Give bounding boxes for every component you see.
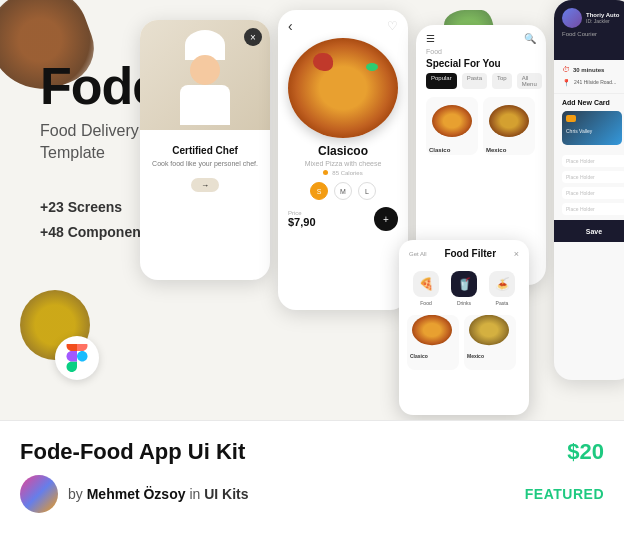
clock-icon: ⏱ — [562, 65, 570, 74]
placeholder-row-3[interactable]: Place Holder — [562, 187, 624, 199]
back-arrow-icon[interactable]: ‹ — [288, 18, 293, 34]
card-chip — [566, 115, 576, 122]
author-middle: in — [189, 486, 200, 502]
location-row: 📍 241 Hilside Road... — [554, 76, 624, 91]
chef-header: × — [140, 20, 270, 130]
chef-description: Cook food like your personel chef. — [150, 159, 260, 168]
calorie-dot — [323, 170, 328, 175]
filter-title: Food Filter — [444, 248, 496, 259]
close-button[interactable]: × — [244, 28, 262, 46]
placeholder-row-4[interactable]: Place Holder — [562, 203, 624, 215]
price-value: $7,90 — [288, 216, 316, 228]
preview-area: Fode. Food Delivery Template +23 Screens… — [0, 0, 624, 420]
add-card-title: Add New Card — [562, 99, 624, 106]
filter-cat-food[interactable]: 🍕 Food — [413, 271, 439, 306]
author-info: by Mehmet Özsoy in UI Kits — [68, 486, 515, 502]
tab-row: Popular Pasta Top All Menu Food — [416, 69, 546, 93]
author-prefix: by — [68, 486, 83, 502]
product-info-row: Fode-Food App Ui Kit $20 — [0, 421, 624, 475]
food-card-name-2: Mexico — [483, 145, 535, 155]
phones-container: × Certified Chef Cook food like your per… — [140, 0, 624, 380]
food-description: Mixed Pizza with cheese — [278, 160, 408, 167]
author-name[interactable]: Mehmet Özsoy — [87, 486, 186, 502]
figma-icon[interactable] — [55, 336, 99, 380]
drinks-category-icon: 🥤 — [451, 271, 477, 297]
phone-card: Thoriy Auto ID: Jackler Food Courier ⏱ 3… — [554, 0, 624, 380]
bottom-bar: Fode-Food App Ui Kit $20 by Mehmet Özsoy… — [0, 420, 624, 556]
chef-head — [190, 55, 220, 85]
location-text: 241 Hilside Road... — [574, 79, 616, 85]
placeholder-row-2[interactable]: Place Holder — [562, 171, 624, 183]
food-label: Food — [420, 300, 431, 306]
author-row: by Mehmet Özsoy in UI Kits FEATURED — [0, 475, 624, 513]
calorie-text: 85 Calories — [332, 170, 362, 176]
filter-card-name-1: Clasico — [407, 353, 459, 359]
filter-card-1: Clasico — [407, 315, 459, 370]
filter-cat-pasta[interactable]: 🍝 Pasta — [489, 271, 515, 306]
pin-icon: 📍 — [562, 79, 571, 87]
add-card-section: Add New Card Chris Valley — [554, 93, 624, 150]
category-link[interactable]: UI Kits — [204, 486, 248, 502]
food-card-name-1: Clasico — [426, 145, 478, 155]
get-all-label: Get All — [409, 251, 427, 257]
search-icon[interactable]: 🔍 — [524, 33, 536, 44]
product-title: Fode-Food App Ui Kit — [20, 439, 245, 465]
tab-popular[interactable]: Popular — [426, 73, 457, 89]
pizza-image — [288, 38, 398, 138]
food-category-label: Food — [416, 48, 546, 55]
filter-card-2: Mexico — [464, 315, 516, 370]
pizza-nav: ‹ ♡ — [278, 10, 408, 38]
status-label: Food Courier — [562, 31, 624, 37]
tab-all-menu[interactable]: All Menu — [517, 73, 542, 89]
save-label: Save — [586, 228, 602, 235]
food-name: Clasicoo — [278, 144, 408, 158]
time-value: 30 minutes — [573, 67, 604, 73]
filter-pizza-img-1 — [412, 315, 452, 345]
pasta-label: Pasta — [496, 300, 509, 306]
phone-chef: × Certified Chef Cook food like your per… — [140, 20, 270, 280]
chef-content: Certified Chef Cook food like your perso… — [140, 130, 270, 202]
filter-overlay: Get All Food Filter × 🍕 Food 🥤 Drinks 🍝 … — [399, 240, 529, 415]
filter-categories: 🍕 Food 🥤 Drinks 🍝 Pasta — [399, 267, 529, 310]
filter-mini-row: Clasico Mexico — [399, 310, 529, 375]
product-price: $20 — [567, 439, 604, 465]
credit-card: Chris Valley — [562, 111, 622, 145]
placeholder-row-1[interactable]: Place Holder — [562, 155, 624, 167]
user-avatar — [562, 8, 582, 28]
featured-badge: FEATURED — [525, 486, 604, 502]
filter-pizza-img-2 — [469, 315, 509, 345]
time-row: ⏱ 30 minutes — [554, 60, 624, 76]
food-card-2: Mexico — [483, 97, 535, 155]
filter-header: Get All Food Filter × — [399, 240, 529, 267]
food-card-img-2 — [489, 105, 529, 137]
price-row: Price $7,90 + — [278, 202, 408, 236]
size-s-button[interactable]: S — [310, 182, 328, 200]
user-id: ID: Jackler — [586, 18, 619, 24]
tab-top[interactable]: Top — [492, 73, 512, 89]
pizza-green — [366, 63, 378, 71]
pasta-category-icon: 🍝 — [489, 271, 515, 297]
save-button[interactable]: Save — [554, 220, 624, 242]
heart-icon[interactable]: ♡ — [387, 19, 398, 33]
tab-pasta[interactable]: Pasta — [462, 73, 487, 89]
special-nav: ☰ 🔍 — [416, 25, 546, 48]
chef-figure — [165, 30, 245, 130]
size-selector: S M L — [278, 182, 408, 200]
special-title: Special For You — [416, 58, 546, 69]
author-avatar — [20, 475, 58, 513]
phone-pizza: ‹ ♡ Clasicoo Mixed Pizza with cheese 85 … — [278, 10, 408, 310]
hamburger-icon[interactable]: ☰ — [426, 33, 435, 44]
card-holder-name: Chris Valley — [566, 128, 618, 134]
food-card-1: Clasico — [426, 97, 478, 155]
filter-cat-drinks[interactable]: 🥤 Drinks — [451, 271, 477, 306]
filter-close-button[interactable]: × — [514, 249, 519, 259]
size-m-button[interactable]: M — [334, 182, 352, 200]
chef-arrow[interactable]: → — [191, 178, 219, 192]
size-l-button[interactable]: L — [358, 182, 376, 200]
food-cards-row: Clasico Mexico — [416, 93, 546, 159]
placeholder-rows: Place Holder Place Holder Place Holder P… — [554, 150, 624, 220]
add-to-cart-button[interactable]: + — [374, 207, 398, 231]
food-category-icon: 🍕 — [413, 271, 439, 297]
food-card-img-1 — [432, 105, 472, 137]
pizza-tomato — [313, 53, 333, 71]
